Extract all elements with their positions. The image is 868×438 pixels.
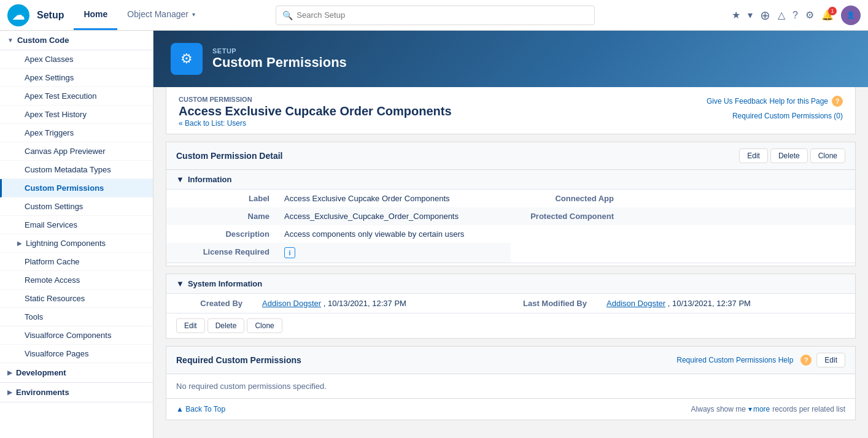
more-arrow-icon: ▾	[748, 405, 752, 413]
bell-icon[interactable]: 🔔 1	[821, 9, 834, 21]
trailhead-icon[interactable]: △	[778, 9, 785, 21]
sidebar-item-static-resources[interactable]: Static Resources	[0, 290, 153, 308]
clone-button-sys[interactable]: Clone	[247, 318, 282, 333]
top-nav-actions: ★ ▾ ⊕ △ ? ⚙ 🔔 1 👤	[732, 6, 861, 25]
sidebar-item-canvas-app-previewer[interactable]: Canvas App Previewer	[0, 142, 153, 161]
license-row: License Required i	[166, 243, 511, 263]
system-info-arrow-icon: ▼	[176, 279, 184, 288]
page-help-icon[interactable]: ?	[832, 96, 843, 107]
top-nav: ☁ Setup Home Object Manager ▾ 🔍 ★ ▾ ⊕ △ …	[0, 0, 868, 31]
sidebar-item-apex-settings[interactable]: Apex Settings	[0, 69, 153, 87]
sidebar-section-label: Custom Code	[17, 36, 69, 45]
license-info-icon[interactable]: i	[284, 247, 295, 258]
system-info-header: ▼ System Information	[166, 274, 855, 294]
tab-object-manager[interactable]: Object Manager ▾	[117, 0, 205, 30]
system-info-grid: Created By Addison Dogster , 10/13/2021,…	[166, 294, 855, 313]
system-info-table-left: Created By Addison Dogster , 10/13/2021,…	[166, 294, 511, 313]
dev-expand-icon: ▶	[7, 369, 12, 376]
sidebar-item-apex-triggers[interactable]: Apex Triggers	[0, 124, 153, 142]
created-by-link[interactable]: Addison Dogster	[262, 299, 321, 308]
required-permissions-edit-button[interactable]: Edit	[816, 353, 845, 367]
required-custom-permissions-link[interactable]: Required Custom Permissions (0)	[732, 112, 843, 120]
tab-object-manager-label: Object Manager	[127, 9, 188, 19]
sidebar-item-remote-access[interactable]: Remote Access	[0, 271, 153, 290]
required-permissions-header: Required Custom Permissions Required Cus…	[166, 347, 855, 374]
chevron-dropdown-icon[interactable]: ▾	[748, 9, 753, 21]
last-modified-date: , 10/13/2021, 12:37 PM	[668, 299, 751, 308]
sidebar-item-visualforce-components[interactable]: Visualforce Components	[0, 326, 153, 345]
nav-tabs: Home Object Manager ▾	[74, 0, 205, 30]
env-expand-icon: ▶	[7, 389, 12, 396]
info-right-col: Connected App Protected Component	[511, 190, 855, 263]
delete-button-sys[interactable]: Delete	[207, 318, 245, 333]
sidebar-item-apex-test-history[interactable]: Apex Test History	[0, 106, 153, 124]
connected-app-label: Connected App	[511, 190, 621, 207]
connected-app-row: Connected App	[511, 190, 855, 207]
license-field-value: i	[277, 243, 511, 263]
star-icon[interactable]: ★	[732, 9, 740, 21]
sidebar-section-environments[interactable]: ▶ Environments	[0, 383, 153, 402]
created-by-row: Created By Addison Dogster , 10/13/2021,…	[166, 294, 511, 313]
delete-button-top[interactable]: Delete	[770, 148, 808, 163]
required-permissions-help-link[interactable]: Required Custom Permissions Help	[676, 356, 793, 364]
system-info-label: System Information	[188, 279, 262, 288]
sidebar-item-custom-metadata-types[interactable]: Custom Metadata Types	[0, 161, 153, 179]
sidebar-item-apex-classes[interactable]: Apex Classes	[0, 50, 153, 69]
help-for-page-link[interactable]: Help for this Page	[770, 97, 828, 106]
protected-component-row: Protected Component	[511, 207, 855, 225]
last-modified-row: Last Modified By Addison Dogster , 10/13…	[511, 294, 855, 313]
created-by-value: Addison Dogster , 10/13/2021, 12:37 PM	[252, 294, 511, 313]
record-title-row: Custom Permission Access Exclusive Cupca…	[179, 96, 843, 128]
setup-label: Setup	[37, 10, 64, 21]
label-field-label: Label	[166, 190, 277, 207]
license-field-label: License Required	[166, 243, 277, 263]
sidebar-section-development[interactable]: ▶ Development	[0, 363, 153, 383]
sidebar-item-custom-permissions[interactable]: Custom Permissions	[0, 179, 153, 198]
created-by-label: Created By	[166, 294, 252, 313]
sidebar: ▼ Custom Code Apex Classes Apex Settings…	[0, 31, 153, 438]
cloud-icon: ☁	[12, 8, 25, 23]
settings-icon: ⚙	[180, 51, 193, 67]
system-info-left: Created By Addison Dogster , 10/13/2021,…	[166, 294, 511, 313]
sidebar-section-custom-code[interactable]: ▼ Custom Code	[0, 31, 153, 50]
feedback-link[interactable]: Give Us Feedback	[707, 97, 767, 106]
edit-button-sys[interactable]: Edit	[176, 318, 205, 333]
required-permissions-actions: Required Custom Permissions Help ? Edit	[676, 353, 845, 367]
back-to-top-link[interactable]: ▲ Back To Top	[176, 405, 225, 413]
system-info-buttons: Edit Delete Clone	[166, 313, 855, 338]
record-header-right: Give Us Feedback Help for this Page ? Re…	[707, 96, 843, 120]
description-field-value: Access components only viewable by certa…	[277, 225, 511, 243]
sidebar-item-platform-cache[interactable]: Platform Cache	[0, 253, 153, 271]
back-to-list-link[interactable]: « Back to List: Users	[179, 119, 246, 128]
gear-icon[interactable]: ⚙	[805, 9, 814, 21]
edit-button-top[interactable]: Edit	[739, 148, 768, 163]
page-header: ⚙ SETUP Custom Permissions	[153, 31, 868, 87]
avatar[interactable]: 👤	[841, 6, 861, 25]
sidebar-item-apex-test-execution[interactable]: Apex Test Execution	[0, 87, 153, 106]
add-icon[interactable]: ⊕	[760, 8, 770, 23]
salesforce-logo[interactable]: ☁	[7, 4, 29, 26]
search-input[interactable]	[296, 10, 588, 20]
clone-button-top[interactable]: Clone	[810, 148, 845, 163]
main-layout: ▼ Custom Code Apex Classes Apex Settings…	[0, 31, 868, 438]
setup-tag: SETUP	[212, 47, 347, 55]
help-icon[interactable]: ?	[792, 10, 798, 21]
more-link[interactable]: ▾ more	[748, 405, 770, 413]
name-row: Name Access_Exclusive_Cupcake_Order_Comp…	[166, 207, 511, 225]
info-fields-grid: Label Access Exclusive Cupcake Order Com…	[166, 190, 855, 263]
last-modified-link[interactable]: Addison Dogster	[606, 299, 665, 308]
sidebar-item-email-services[interactable]: Email Services	[0, 216, 153, 234]
record-title-left: Custom Permission Access Exclusive Cupca…	[179, 96, 452, 128]
required-permissions-section: Required Custom Permissions Required Cus…	[166, 346, 856, 420]
sidebar-item-lightning-components[interactable]: ▶ Lightning Components	[0, 234, 153, 253]
information-label: Information	[188, 175, 232, 184]
per-related-list-label: records per related list	[772, 405, 845, 413]
no-required-permissions-msg: No required custom permissions specified…	[166, 374, 855, 398]
permission-detail-label: Custom Permission Detail	[176, 151, 283, 161]
created-date: , 10/13/2021, 12:37 PM	[324, 299, 406, 308]
sidebar-item-visualforce-pages[interactable]: Visualforce Pages	[0, 345, 153, 363]
sidebar-item-tools[interactable]: Tools	[0, 308, 153, 326]
tab-home[interactable]: Home	[74, 0, 117, 30]
required-permissions-help-icon[interactable]: ?	[800, 355, 812, 366]
sidebar-item-custom-settings[interactable]: Custom Settings	[0, 198, 153, 216]
